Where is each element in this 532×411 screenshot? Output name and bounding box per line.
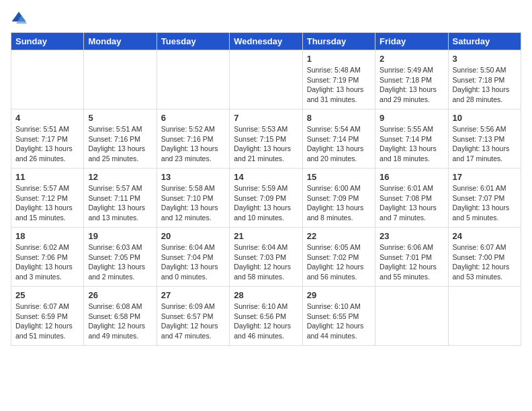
calendar-cell: 4Sunrise: 5:51 AM Sunset: 7:17 PM Daylig… — [11, 109, 84, 169]
calendar-cell — [11, 50, 84, 109]
calendar-cell: 7Sunrise: 5:53 AM Sunset: 7:15 PM Daylig… — [230, 109, 302, 169]
calendar-cell — [84, 50, 157, 109]
cell-day-number: 6 — [161, 113, 225, 123]
calendar-cell — [448, 287, 521, 346]
calendar-cell: 10Sunrise: 5:56 AM Sunset: 7:13 PM Dayli… — [448, 109, 521, 169]
cell-content: Sunrise: 6:02 AM Sunset: 7:06 PM Dayligh… — [15, 242, 79, 282]
calendar-cell: 17Sunrise: 6:01 AM Sunset: 7:07 PM Dayli… — [448, 169, 521, 228]
cell-content: Sunrise: 5:51 AM Sunset: 7:17 PM Dayligh… — [15, 124, 79, 164]
cell-day-number: 21 — [234, 231, 298, 241]
calendar-cell: 29Sunrise: 6:10 AM Sunset: 6:55 PM Dayli… — [302, 287, 375, 346]
calendar-cell: 2Sunrise: 5:49 AM Sunset: 7:18 PM Daylig… — [375, 50, 448, 109]
cell-content: Sunrise: 5:50 AM Sunset: 7:18 PM Dayligh… — [453, 65, 517, 105]
cell-day-number: 9 — [380, 113, 443, 123]
cell-content: Sunrise: 5:49 AM Sunset: 7:18 PM Dayligh… — [380, 65, 443, 105]
cell-content: Sunrise: 6:07 AM Sunset: 7:00 PM Dayligh… — [453, 242, 517, 282]
calendar-cell: 16Sunrise: 6:01 AM Sunset: 7:08 PM Dayli… — [375, 169, 448, 228]
calendar-cell — [230, 50, 302, 109]
cell-content: Sunrise: 6:04 AM Sunset: 7:03 PM Dayligh… — [234, 242, 298, 282]
calendar-cell: 20Sunrise: 6:04 AM Sunset: 7:04 PM Dayli… — [157, 228, 229, 287]
calendar-cell: 12Sunrise: 5:57 AM Sunset: 7:11 PM Dayli… — [84, 169, 157, 228]
calendar-table: SundayMondayTuesdayWednesdayThursdayFrid… — [11, 32, 521, 346]
cell-content: Sunrise: 5:56 AM Sunset: 7:13 PM Dayligh… — [453, 124, 517, 164]
logo — [11, 11, 28, 27]
cell-day-number: 12 — [88, 172, 152, 182]
cell-day-number: 25 — [15, 290, 79, 300]
cell-content: Sunrise: 6:09 AM Sunset: 6:57 PM Dayligh… — [161, 302, 225, 341]
cell-content: Sunrise: 6:10 AM Sunset: 6:56 PM Dayligh… — [234, 302, 298, 341]
cell-day-number: 17 — [453, 172, 517, 182]
calendar-cell: 9Sunrise: 5:55 AM Sunset: 7:14 PM Daylig… — [375, 109, 448, 169]
calendar-cell: 24Sunrise: 6:07 AM Sunset: 7:00 PM Dayli… — [448, 228, 521, 287]
calendar-cell: 8Sunrise: 5:54 AM Sunset: 7:14 PM Daylig… — [302, 109, 375, 169]
calendar-cell: 19Sunrise: 6:03 AM Sunset: 7:05 PM Dayli… — [84, 228, 157, 287]
calendar-cell: 18Sunrise: 6:02 AM Sunset: 7:06 PM Dayli… — [11, 228, 84, 287]
calendar-cell: 11Sunrise: 5:57 AM Sunset: 7:12 PM Dayli… — [11, 169, 84, 228]
day-header-tuesday: Tuesday — [157, 33, 229, 50]
cell-day-number: 22 — [307, 231, 371, 241]
calendar-week-1: 1Sunrise: 5:48 AM Sunset: 7:19 PM Daylig… — [11, 50, 521, 109]
cell-day-number: 23 — [380, 231, 443, 241]
cell-content: Sunrise: 6:06 AM Sunset: 7:01 PM Dayligh… — [380, 242, 443, 282]
cell-day-number: 2 — [380, 54, 443, 64]
cell-day-number: 19 — [88, 231, 152, 241]
cell-content: Sunrise: 5:48 AM Sunset: 7:19 PM Dayligh… — [307, 65, 371, 105]
cell-day-number: 10 — [453, 113, 517, 123]
calendar-cell: 27Sunrise: 6:09 AM Sunset: 6:57 PM Dayli… — [157, 287, 229, 346]
cell-day-number: 26 — [88, 290, 152, 300]
cell-day-number: 1 — [307, 54, 371, 64]
day-header-friday: Friday — [375, 33, 448, 50]
calendar-cell: 26Sunrise: 6:08 AM Sunset: 6:58 PM Dayli… — [84, 287, 157, 346]
cell-content: Sunrise: 5:52 AM Sunset: 7:16 PM Dayligh… — [161, 124, 225, 164]
cell-day-number: 8 — [307, 113, 371, 123]
cell-content: Sunrise: 6:01 AM Sunset: 7:07 PM Dayligh… — [453, 183, 517, 223]
cell-content: Sunrise: 6:05 AM Sunset: 7:02 PM Dayligh… — [307, 242, 371, 282]
cell-day-number: 3 — [453, 54, 517, 64]
calendar-cell: 15Sunrise: 6:00 AM Sunset: 7:09 PM Dayli… — [302, 169, 375, 228]
cell-content: Sunrise: 5:57 AM Sunset: 7:11 PM Dayligh… — [88, 183, 152, 223]
day-header-monday: Monday — [84, 33, 157, 50]
calendar-cell: 13Sunrise: 5:58 AM Sunset: 7:10 PM Dayli… — [157, 169, 229, 228]
cell-content: Sunrise: 6:07 AM Sunset: 6:59 PM Dayligh… — [15, 302, 79, 341]
cell-day-number: 4 — [15, 113, 79, 123]
calendar-cell: 3Sunrise: 5:50 AM Sunset: 7:18 PM Daylig… — [448, 50, 521, 109]
calendar-cell: 5Sunrise: 5:51 AM Sunset: 7:16 PM Daylig… — [84, 109, 157, 169]
day-header-thursday: Thursday — [302, 33, 375, 50]
cell-day-number: 20 — [161, 231, 225, 241]
cell-day-number: 13 — [161, 172, 225, 182]
calendar-week-4: 18Sunrise: 6:02 AM Sunset: 7:06 PM Dayli… — [11, 228, 521, 287]
calendar-cell: 21Sunrise: 6:04 AM Sunset: 7:03 PM Dayli… — [230, 228, 302, 287]
calendar-cell: 23Sunrise: 6:06 AM Sunset: 7:01 PM Dayli… — [375, 228, 448, 287]
calendar-cell: 25Sunrise: 6:07 AM Sunset: 6:59 PM Dayli… — [11, 287, 84, 346]
day-header-wednesday: Wednesday — [230, 33, 302, 50]
cell-day-number: 16 — [380, 172, 443, 182]
cell-content: Sunrise: 6:01 AM Sunset: 7:08 PM Dayligh… — [380, 183, 443, 223]
logo-icon — [11, 11, 27, 27]
cell-content: Sunrise: 6:04 AM Sunset: 7:04 PM Dayligh… — [161, 242, 225, 282]
cell-day-number: 28 — [234, 290, 298, 300]
cell-day-number: 29 — [307, 290, 371, 300]
cell-content: Sunrise: 5:54 AM Sunset: 7:14 PM Dayligh… — [307, 124, 371, 164]
calendar-week-2: 4Sunrise: 5:51 AM Sunset: 7:17 PM Daylig… — [11, 109, 521, 169]
cell-content: Sunrise: 5:51 AM Sunset: 7:16 PM Dayligh… — [88, 124, 152, 164]
calendar-cell — [375, 287, 448, 346]
day-header-sunday: Sunday — [11, 33, 84, 50]
cell-content: Sunrise: 5:59 AM Sunset: 7:09 PM Dayligh… — [234, 183, 298, 223]
cell-content: Sunrise: 5:53 AM Sunset: 7:15 PM Dayligh… — [234, 124, 298, 164]
cell-content: Sunrise: 6:00 AM Sunset: 7:09 PM Dayligh… — [307, 183, 371, 223]
calendar-cell — [157, 50, 229, 109]
page-header — [11, 11, 521, 27]
cell-day-number: 24 — [453, 231, 517, 241]
calendar-cell: 28Sunrise: 6:10 AM Sunset: 6:56 PM Dayli… — [230, 287, 302, 346]
day-header-saturday: Saturday — [448, 33, 521, 50]
cell-content: Sunrise: 5:57 AM Sunset: 7:12 PM Dayligh… — [15, 183, 79, 223]
cell-day-number: 18 — [15, 231, 79, 241]
cell-day-number: 11 — [15, 172, 79, 182]
calendar-cell: 14Sunrise: 5:59 AM Sunset: 7:09 PM Dayli… — [230, 169, 302, 228]
calendar-week-5: 25Sunrise: 6:07 AM Sunset: 6:59 PM Dayli… — [11, 287, 521, 346]
cell-day-number: 7 — [234, 113, 298, 123]
calendar-header-row: SundayMondayTuesdayWednesdayThursdayFrid… — [11, 33, 521, 50]
cell-day-number: 27 — [161, 290, 225, 300]
calendar-week-3: 11Sunrise: 5:57 AM Sunset: 7:12 PM Dayli… — [11, 169, 521, 228]
cell-day-number: 14 — [234, 172, 298, 182]
